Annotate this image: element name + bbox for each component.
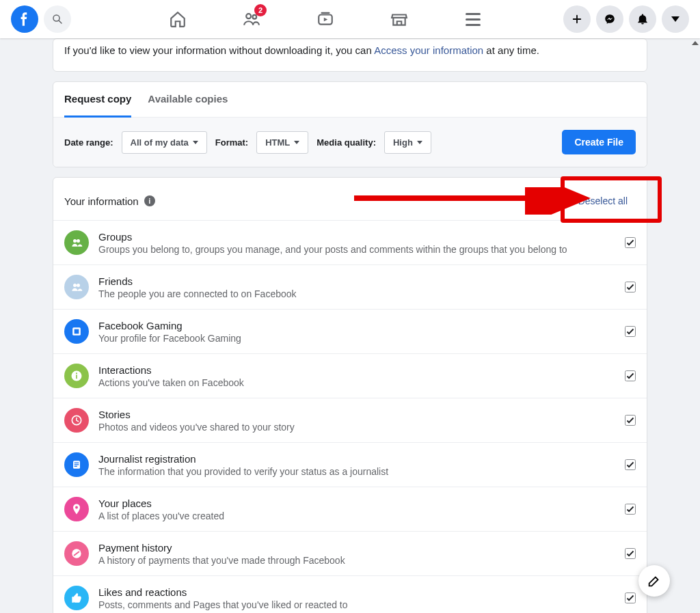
search-button[interactable] <box>44 5 71 33</box>
item-title: Groups <box>98 231 615 243</box>
caret-down-icon <box>193 141 198 144</box>
facebook-logo[interactable] <box>11 5 38 33</box>
access-info-link[interactable]: Access your information <box>374 44 483 56</box>
item-title: Likes and reactions <box>98 586 615 598</box>
account-button[interactable] <box>662 5 689 33</box>
svg-line-1 <box>59 21 62 23</box>
nav-watch[interactable] <box>312 5 339 33</box>
item-desc: Groups you belong to, groups you manage,… <box>98 244 615 255</box>
info-item-row[interactable]: Likes and reactionsPosts, comments and P… <box>53 575 647 613</box>
info-item-row[interactable]: Your placesA list of places you've creat… <box>53 487 647 531</box>
svg-rect-24 <box>75 464 79 465</box>
item-body: Payment historyA history of payments tha… <box>98 542 615 566</box>
nav-home[interactable] <box>164 5 191 33</box>
nav-marketplace[interactable] <box>386 5 413 33</box>
item-checkbox[interactable] <box>625 548 636 559</box>
intro-prefix: If you'd like to view your information w… <box>64 44 374 56</box>
check-icon <box>625 504 636 515</box>
intro-suffix: at any time. <box>483 44 539 56</box>
check-icon <box>625 237 636 248</box>
info-item-row[interactable]: InteractionsActions you've taken on Face… <box>53 353 647 398</box>
item-title: Stories <box>98 409 615 420</box>
item-desc: A history of payments that you've made t… <box>98 555 615 566</box>
info-item-row[interactable]: Journalist registrationThe information t… <box>53 442 647 487</box>
check-icon <box>625 326 636 337</box>
item-desc: The information that you provided to ver… <box>98 466 615 477</box>
nav-menu[interactable] <box>459 5 487 33</box>
item-title: Facebook Gaming <box>98 320 615 331</box>
info-icon[interactable]: i <box>144 195 155 206</box>
tabs-row: Request copy Available copies <box>53 82 647 118</box>
item-checkbox[interactable] <box>625 592 636 603</box>
request-card: Request copy Available copies Date range… <box>53 81 647 167</box>
friends-badge: 2 <box>254 4 267 16</box>
svg-point-11 <box>77 284 80 287</box>
format-label: Format: <box>215 137 248 148</box>
edit-fab[interactable] <box>638 565 670 597</box>
svg-point-7 <box>73 239 77 243</box>
item-checkbox[interactable] <box>625 370 636 381</box>
item-icon <box>64 364 89 388</box>
media-quality-dropdown[interactable]: High <box>384 131 431 154</box>
info-item-row[interactable]: Payment historyA history of payments tha… <box>53 531 647 575</box>
tab-available-copies[interactable]: Available copies <box>148 82 228 117</box>
check-icon <box>625 548 636 559</box>
plus-icon <box>571 13 583 25</box>
item-body: Likes and reactionsPosts, comments and P… <box>98 586 615 610</box>
page-scroll[interactable]: If you'd like to view your information w… <box>0 38 700 613</box>
svg-rect-14 <box>75 329 79 334</box>
svg-point-10 <box>73 284 77 287</box>
item-checkbox[interactable] <box>625 459 636 470</box>
check-icon <box>625 415 636 426</box>
item-checkbox[interactable] <box>625 237 636 248</box>
date-range-value: All of my data <box>131 137 189 148</box>
item-title: Your places <box>98 498 615 509</box>
nav-friends[interactable]: 2 <box>238 5 265 33</box>
your-information-card: Your information i Deselect all GroupsGr… <box>53 177 647 613</box>
create-button[interactable] <box>563 5 591 33</box>
deselect-all-link[interactable]: Deselect all <box>570 191 636 210</box>
format-dropdown[interactable]: HTML <box>256 131 308 154</box>
date-range-label: Date range: <box>64 137 113 148</box>
item-desc: Actions you've taken on Facebook <box>98 377 615 388</box>
info-item-row[interactable]: Facebook GamingYour profile for Facebook… <box>53 309 647 353</box>
create-file-button[interactable]: Create File <box>562 130 636 154</box>
item-icon <box>64 230 89 255</box>
item-icon <box>64 408 89 433</box>
media-quality-value: High <box>393 137 413 148</box>
caret-down-icon <box>294 141 299 144</box>
item-checkbox[interactable] <box>625 326 636 337</box>
search-icon <box>51 13 64 25</box>
info-item-row[interactable]: FriendsThe people you are connected to o… <box>53 264 647 309</box>
marketplace-icon <box>390 10 408 28</box>
item-body: InteractionsActions you've taken on Face… <box>98 364 615 388</box>
caret-down-icon <box>671 16 679 22</box>
check-icon <box>625 459 636 470</box>
item-checkbox[interactable] <box>625 415 636 426</box>
item-title: Payment history <box>98 542 615 554</box>
scroll-up-arrow[interactable] <box>692 41 699 45</box>
svg-rect-17 <box>76 374 77 379</box>
item-checkbox[interactable] <box>625 282 636 292</box>
svg-rect-25 <box>75 466 77 467</box>
date-range-dropdown[interactable]: All of my data <box>122 131 207 154</box>
notifications-button[interactable] <box>629 5 656 33</box>
messenger-button[interactable] <box>596 5 623 33</box>
item-desc: Your profile for Facebook Gaming <box>98 333 615 344</box>
intro-text: If you'd like to view your information w… <box>64 39 636 56</box>
tab-request-copy[interactable]: Request copy <box>64 82 131 118</box>
edit-icon <box>647 573 662 588</box>
info-item-row[interactable]: StoriesPhotos and videos you've shared t… <box>53 398 647 442</box>
format-value: HTML <box>265 137 290 148</box>
bell-icon <box>636 13 649 25</box>
caret-down-icon <box>417 141 422 144</box>
item-title: Journalist registration <box>98 453 615 465</box>
top-nav: 2 <box>0 0 700 38</box>
controls-row: Date range: All of my data Format: HTML … <box>53 118 647 167</box>
item-checkbox[interactable] <box>625 504 636 515</box>
check-icon <box>625 592 636 603</box>
item-icon <box>64 452 89 477</box>
nav-right <box>563 0 689 38</box>
messenger-icon <box>604 13 616 25</box>
info-item-row[interactable]: GroupsGroups you belong to, groups you m… <box>53 220 647 264</box>
